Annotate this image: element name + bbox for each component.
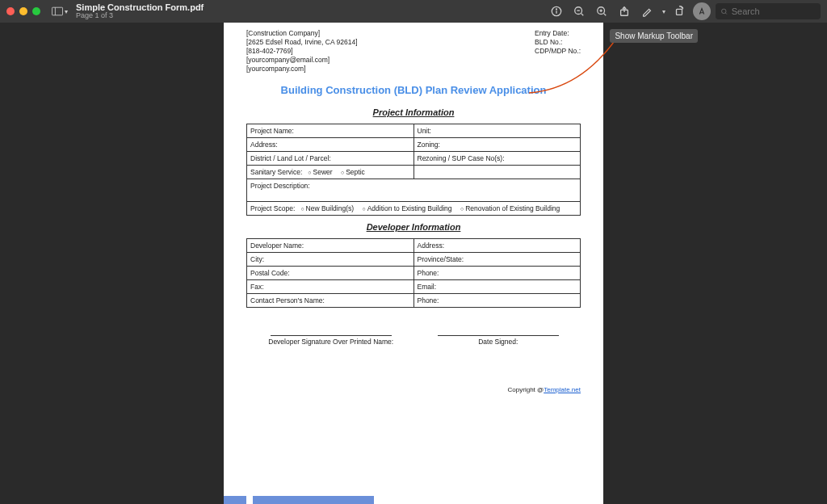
project-info-table: Project Name: Unit: Address: Zoning: Dis… [246,124,581,216]
search-icon [720,7,728,16]
company-website: [yourcompany.com] [246,65,358,73]
field-unit: Unit: [414,124,581,138]
option-sewer: Sewer [308,168,332,176]
document-title-block: Simple Construction Form.pdf Page 1 of 3 [76,2,204,20]
svg-point-16 [722,9,726,13]
field-dev-name: Developer Name: [247,239,414,253]
document-main-title: Building Construction (BLD) Plan Review … [246,84,581,96]
field-email: Email: [414,280,581,294]
field-city: City: [247,253,414,267]
entry-date-label: Entry Date: [535,29,581,37]
field-dev-address: Address: [414,239,581,253]
maximize-window-button[interactable] [32,7,40,15]
company-phone: [818-402-7769] [246,47,358,55]
field-contact: Contact Person's Name: [247,294,414,308]
markup-tooltip: Show Markup Toolbar [610,29,698,43]
field-province: Province/State: [414,253,581,267]
svg-line-6 [581,14,584,16]
company-name: [Construction Company] [246,29,358,37]
svg-point-4 [556,9,557,10]
rotate-icon[interactable] [670,2,688,20]
pdf-page: [Construction Company] [2625 Edsel Road,… [224,23,603,504]
footer-decoration [224,496,374,504]
field-sanitary-blank [414,166,581,179]
svg-line-17 [725,13,727,15]
option-new-building: New Building(s) [300,204,354,212]
copyright: Copyright @Template.net [246,386,581,393]
field-zoning: Zoning: [414,138,581,152]
signature-row: Developer Signature Over Printed Name: D… [246,335,581,346]
field-fax: Fax: [247,280,414,294]
markup-toolbar-button[interactable] [693,2,711,20]
svg-rect-0 [52,7,62,15]
share-icon[interactable] [615,2,633,20]
option-septic: Septic [341,168,365,176]
info-icon[interactable] [548,2,565,20]
date-signed-label: Date Signed: [478,338,518,346]
document-viewport[interactable]: [Construction Company] [2625 Edsel Road,… [0,23,827,504]
highlight-icon[interactable] [638,2,656,20]
option-renovation: Renovation of Existing Building [460,204,560,212]
toolbar: ▾ Simple Construction Form.pdf Page 1 of… [0,0,827,23]
field-project-scope: Project Scope: New Building(s) Addition … [247,202,581,216]
sidebar-toggle-button[interactable]: ▾ [52,5,68,18]
company-email: [yourcompany@email.com] [246,56,358,64]
cdp-mdp-label: CDP/MDP No.: [535,47,581,55]
field-district: District / Land Lot / Parcel: [247,152,414,166]
company-address: [2625 Edsel Road, Irvine, CA 92614] [246,38,358,46]
minimize-window-button[interactable] [19,7,27,15]
field-project-name: Project Name: [247,124,414,138]
zoom-out-icon[interactable] [570,2,588,20]
field-project-description: Project Description: [247,179,581,202]
svg-line-9 [604,14,607,16]
search-input[interactable] [732,6,816,16]
close-window-button[interactable] [6,7,15,15]
page-indicator: Page 1 of 3 [76,12,204,20]
developer-signature-block: Developer Signature Over Printed Name: [268,335,393,346]
window-controls [6,7,40,15]
chevron-down-icon: ▾ [65,8,68,15]
section-project-info-heading: Project Information [246,107,581,117]
field-phone2: Phone: [414,294,581,308]
bld-no-label: BLD No.: [535,38,581,46]
field-phone: Phone: [414,267,581,280]
highlight-dropdown-icon[interactable]: ▾ [662,8,665,15]
dev-signature-label: Developer Signature Over Printed Name: [268,338,393,346]
field-postal: Postal Code: [247,267,414,280]
developer-info-table: Developer Name: Address: City: Province/… [246,238,581,308]
zoom-in-icon[interactable] [593,2,611,20]
field-rezoning: Rezoning / SUP Case No(s): [414,152,581,166]
template-link[interactable]: Template.net [544,386,581,393]
svg-rect-14 [677,9,682,15]
field-address: Address: [247,138,414,152]
header-left: [Construction Company] [2625 Edsel Road,… [246,29,358,73]
date-signed-block: Date Signed: [438,335,559,346]
header-info: [Construction Company] [2625 Edsel Road,… [246,29,581,73]
option-addition: Addition to Existing Building [362,204,451,212]
header-right: Entry Date: BLD No.: CDP/MDP No.: [535,29,581,73]
section-developer-info-heading: Developer Information [246,222,581,232]
search-box[interactable] [716,3,821,19]
field-sanitary: Sanitary Service: Sewer Septic [247,166,414,179]
